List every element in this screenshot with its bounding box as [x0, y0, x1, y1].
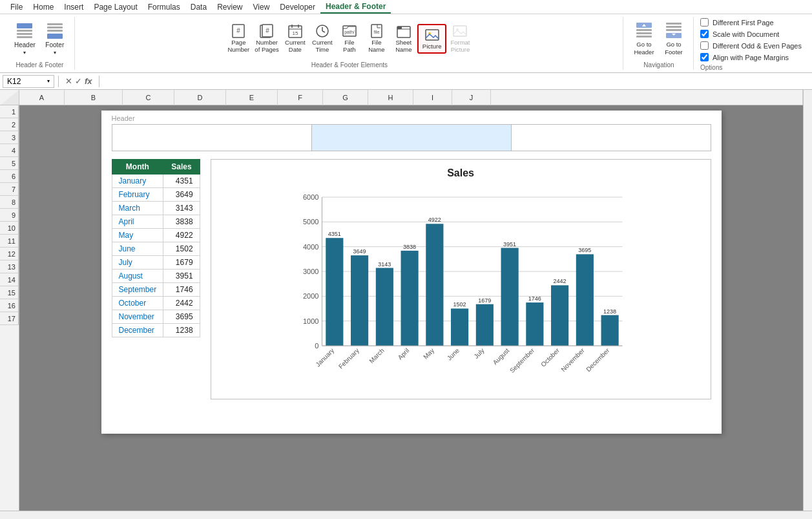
header-left-cell[interactable] — [112, 125, 312, 151]
menu-header-footer[interactable]: Header & Footer — [320, 1, 391, 14]
sales-cell[interactable]: 3951 — [163, 270, 200, 283]
sales-cell[interactable]: 1746 — [163, 283, 200, 297]
diff-first-checkbox[interactable] — [700, 18, 709, 26]
svg-marker-42 — [0, 90, 19, 105]
diff-odd-even-option[interactable]: Different Odd & Even Pages — [700, 41, 802, 50]
cell-ref-dropdown[interactable]: ▾ — [47, 78, 50, 84]
formula-input[interactable] — [103, 77, 809, 86]
month-cell[interactable]: January — [112, 175, 163, 188]
insert-function-icon[interactable]: fx — [85, 76, 92, 86]
sales-cell[interactable]: 1502 — [163, 242, 200, 256]
month-cell[interactable]: October — [112, 297, 163, 310]
table-row: August3951 — [112, 270, 200, 283]
table-row: March3143 — [112, 202, 200, 215]
col-header-H[interactable]: H — [368, 90, 413, 105]
col-header-A[interactable]: A — [19, 90, 65, 105]
svg-rect-39 — [666, 29, 682, 31]
scale-doc-option[interactable]: Scale with Document — [700, 30, 802, 38]
col-header-E[interactable]: E — [226, 90, 278, 105]
num-pages-label: Numberof Pages — [255, 39, 279, 54]
scale-doc-checkbox[interactable] — [700, 30, 709, 38]
sales-cell[interactable]: 3838 — [163, 215, 200, 229]
sales-cell[interactable]: 3695 — [163, 310, 200, 324]
header-button-label: Header — [14, 41, 36, 48]
header-button[interactable]: Header ▾ — [10, 19, 39, 58]
file-path-button[interactable]: path/ FilePath — [336, 23, 363, 55]
menu-home[interactable]: Home — [28, 1, 59, 13]
svg-rect-35 — [636, 36, 652, 37]
sales-cell[interactable]: 3649 — [163, 188, 200, 202]
current-time-button[interactable]: CurrentTime — [309, 23, 336, 55]
header-center-cell[interactable] — [312, 125, 512, 151]
header-dropdown-arrow: ▾ — [23, 50, 26, 56]
diff-first-option[interactable]: Different First Page — [700, 18, 802, 26]
page-scroll-area[interactable]: Header Month — [19, 105, 803, 511]
menu-formulas[interactable]: Formulas — [143, 1, 185, 13]
picture-button[interactable]: Picture — [417, 24, 447, 54]
sheet-name-icon — [397, 24, 411, 38]
month-cell[interactable]: March — [112, 202, 163, 215]
confirm-formula-icon[interactable]: ✓ — [75, 76, 82, 86]
svg-rect-57 — [326, 238, 343, 346]
svg-rect-66 — [401, 251, 418, 346]
month-cell[interactable]: July — [112, 256, 163, 270]
menu-data[interactable]: Data — [185, 1, 212, 13]
num-pages-button[interactable]: # Numberof Pages — [252, 23, 282, 55]
current-date-button[interactable]: 15 CurrentDate — [282, 23, 309, 55]
current-time-label: CurrentTime — [312, 39, 333, 54]
ribbon-group-options: Different First Page Scale with Document… — [695, 17, 807, 70]
month-cell[interactable]: June — [112, 242, 163, 256]
month-cell[interactable]: February — [112, 188, 163, 202]
row-num-10: 10 — [0, 222, 19, 235]
header-input-area[interactable] — [112, 124, 711, 151]
col-header-C[interactable]: C — [123, 90, 174, 105]
sales-cell[interactable]: 2442 — [163, 297, 200, 310]
month-cell[interactable]: December — [112, 324, 163, 337]
sales-cell[interactable]: 4351 — [163, 175, 200, 188]
col-header-G[interactable]: G — [323, 90, 368, 105]
menu-review[interactable]: Review — [212, 1, 247, 13]
menu-view[interactable]: View — [248, 1, 275, 13]
sheet-name-button[interactable]: SheetName — [390, 23, 417, 55]
cell-reference-box[interactable]: K12 ▾ — [3, 75, 54, 88]
header-right-cell[interactable] — [512, 125, 711, 151]
sales-cell[interactable]: 1679 — [163, 256, 200, 270]
sales-cell[interactable]: 4922 — [163, 229, 200, 242]
go-to-footer-button[interactable]: Go toFooter — [660, 19, 688, 58]
format-picture-button[interactable]: FormatPicture — [446, 23, 474, 55]
svg-text:August: August — [491, 346, 510, 366]
col-header-F[interactable]: F — [278, 90, 323, 105]
cancel-formula-icon[interactable]: ✕ — [65, 76, 72, 86]
horizontal-scrollbar[interactable] — [0, 511, 812, 519]
menu-file[interactable]: File — [5, 1, 28, 13]
go-to-header-button[interactable]: Go toHeader — [630, 19, 658, 58]
page-number-button[interactable]: # PageNumber — [225, 23, 252, 55]
footer-button[interactable]: Footer ▾ — [41, 19, 69, 58]
col-header-D[interactable]: D — [174, 90, 226, 105]
row-num-3: 3 — [0, 131, 19, 144]
diff-odd-even-checkbox[interactable] — [700, 41, 709, 50]
sales-cell[interactable]: 1238 — [163, 324, 200, 337]
header-footer-group-label: Header & Footer — [10, 60, 69, 70]
vertical-scrollbar[interactable] — [803, 90, 812, 511]
menu-page-layout[interactable]: Page Layout — [88, 1, 142, 13]
month-cell[interactable]: May — [112, 229, 163, 242]
month-cell[interactable]: April — [112, 215, 163, 229]
align-margins-option[interactable]: Align with Page Margins — [700, 53, 802, 61]
align-margins-checkbox[interactable] — [700, 53, 709, 61]
menu-insert[interactable]: Insert — [59, 1, 88, 13]
col-header-J[interactable]: J — [452, 90, 491, 105]
menu-developer[interactable]: Developer — [275, 1, 320, 13]
svg-text:3951: 3951 — [503, 241, 516, 248]
sales-cell[interactable]: 3143 — [163, 202, 200, 215]
col-header-B[interactable]: B — [65, 90, 123, 105]
header-section: Header — [101, 111, 722, 154]
col-header-I[interactable]: I — [413, 90, 452, 105]
month-cell[interactable]: September — [112, 283, 163, 297]
file-name-button[interactable]: file FileName — [363, 23, 390, 55]
month-cell[interactable]: November — [112, 310, 163, 324]
navigation-group-label: Navigation — [630, 60, 688, 70]
row-num-5: 5 — [0, 157, 19, 170]
svg-text:June: June — [445, 346, 460, 361]
month-cell[interactable]: August — [112, 270, 163, 283]
